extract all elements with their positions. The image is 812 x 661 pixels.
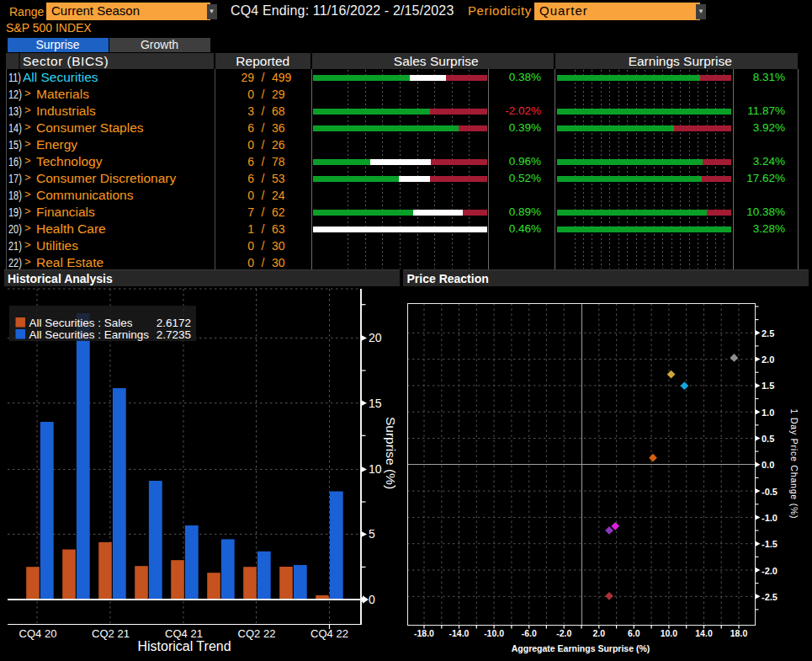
svg-text:-18.0: -18.0	[414, 628, 434, 638]
svg-text:10.0: 10.0	[661, 628, 678, 638]
svg-text:18.0: 18.0	[730, 628, 748, 638]
svg-text:-10.0: -10.0	[484, 628, 504, 638]
svg-text:CQ4 21: CQ4 21	[165, 627, 203, 640]
svg-text:All Securities : Earnings: All Securities : Earnings	[29, 328, 150, 341]
svg-text:10: 10	[369, 462, 382, 476]
svg-text:-6.0: -6.0	[522, 628, 537, 638]
svg-text:15: 15	[369, 397, 382, 410]
svg-text:2.7235: 2.7235	[157, 328, 191, 341]
svg-text:0: 0	[369, 593, 375, 606]
svg-text:CQ2 22: CQ2 22	[238, 627, 276, 640]
svg-text:Historical Trend: Historical Trend	[137, 639, 231, 653]
svg-text:2.0: 2.0	[592, 628, 605, 638]
svg-text:CQ4 20: CQ4 20	[19, 627, 57, 640]
svg-text:1.0: 1.0	[762, 408, 774, 418]
svg-text:-2.0: -2.0	[762, 566, 778, 576]
svg-text:-0.5: -0.5	[762, 487, 778, 497]
svg-text:-2.0: -2.0	[556, 628, 571, 638]
svg-text:0.5: 0.5	[762, 434, 774, 444]
svg-text:2.6172: 2.6172	[157, 317, 191, 329]
svg-text:-2.5: -2.5	[762, 592, 778, 602]
svg-text:CQ4 22: CQ4 22	[310, 627, 348, 640]
svg-text:-1.0: -1.0	[762, 513, 778, 523]
svg-text:CQ2 21: CQ2 21	[92, 627, 130, 640]
svg-text:20: 20	[369, 331, 382, 344]
svg-text:Aggregate Earnings Surprise (%: Aggregate Earnings Surprise (%)	[512, 643, 650, 653]
svg-text:0.0: 0.0	[762, 460, 774, 470]
svg-text:1.5: 1.5	[762, 381, 774, 391]
svg-text:6.0: 6.0	[628, 628, 640, 638]
svg-text:-1.5: -1.5	[762, 539, 778, 549]
svg-text:Surprise (%): Surprise (%)	[384, 417, 398, 489]
svg-text:2.5: 2.5	[762, 328, 774, 338]
svg-text:14.0: 14.0	[695, 628, 713, 638]
svg-text:1 Day Price Change (%): 1 Day Price Change (%)	[789, 409, 799, 520]
svg-text:2.0: 2.0	[762, 354, 774, 365]
svg-text:All Securities : Sales: All Securities : Sales	[29, 317, 133, 329]
svg-text:-14.0: -14.0	[449, 628, 470, 638]
svg-text:5: 5	[369, 527, 375, 541]
